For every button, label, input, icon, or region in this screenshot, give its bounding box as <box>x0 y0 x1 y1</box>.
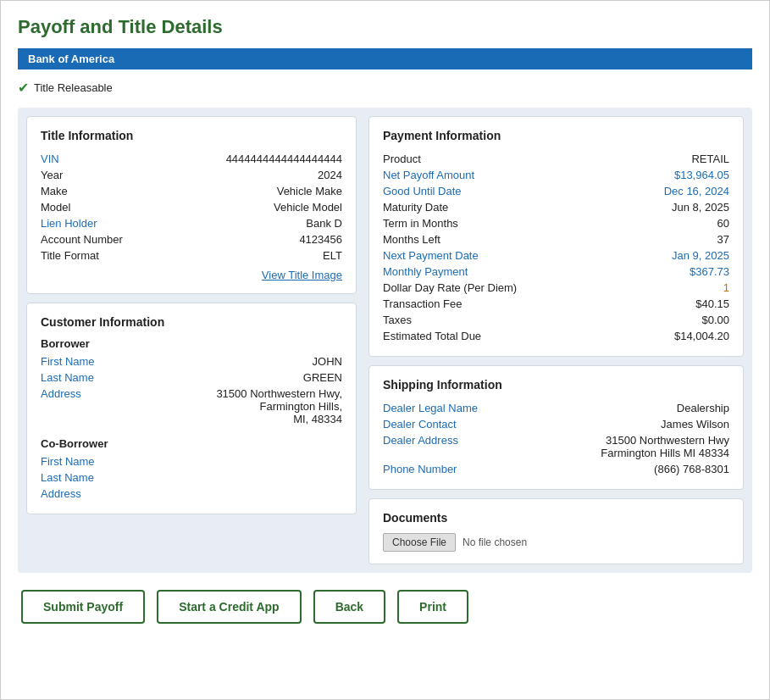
title-info-card: Title Information VIN4444444444444444444… <box>26 116 357 294</box>
shipping-info-row: Dealer Address31500 Northwestern Hwy Far… <box>383 432 729 461</box>
shipping-info-card: Shipping Information Dealer Legal NameDe… <box>368 365 744 490</box>
payment-info-card: Payment Information ProductRETAILNet Pay… <box>368 116 744 357</box>
coborrower-first-name-value <box>186 453 342 469</box>
coborrower-first-name-row: First Name <box>41 453 342 469</box>
borrower-table: First Name JOHN Last Name GREEN Address … <box>41 353 342 427</box>
coborrower-last-name-value <box>186 469 342 486</box>
coborrower-label: Co-Borrower <box>41 437 342 450</box>
coborrower-last-name-row: Last Name <box>41 469 342 486</box>
documents-file-area: Choose File No file chosen <box>383 533 729 552</box>
borrower-address-row: Address 31500 Northwestern Hwy,Farmingto… <box>41 386 342 427</box>
back-button[interactable]: Back <box>313 590 385 624</box>
title-info-row: Account Number4123456 <box>41 231 342 247</box>
title-info-row: VIN4444444444444444444 <box>41 151 342 167</box>
print-button[interactable]: Print <box>397 590 468 624</box>
coborrower-address-value <box>186 486 342 502</box>
right-column: Payment Information ProductRETAILNet Pay… <box>368 116 744 564</box>
footer-buttons: Submit Payoff Start a Credit App Back Pr… <box>18 590 752 624</box>
payment-info-row: Months Left37 <box>383 231 729 247</box>
checkmark-icon: ✔ <box>18 80 29 96</box>
shipping-info-table: Dealer Legal NameDealershipDealer Contac… <box>383 400 729 477</box>
borrower-last-name-row: Last Name GREEN <box>41 369 342 386</box>
submit-payoff-button[interactable]: Submit Payoff <box>21 590 145 624</box>
title-releasable-label: Title Releasable <box>34 81 113 94</box>
title-info-row: Year2024 <box>41 167 342 183</box>
title-info-row: Title FormatELT <box>41 247 342 264</box>
payment-info-table: ProductRETAILNet Payoff Amount$13,964.05… <box>383 151 729 344</box>
payment-info-row: Estimated Total Due$14,004.20 <box>383 328 729 344</box>
payment-info-row: Maturity DateJun 8, 2025 <box>383 199 729 215</box>
customer-info-heading: Customer Information <box>41 315 342 329</box>
title-releasable-row: ✔ Title Releasable <box>18 80 752 96</box>
customer-info-card: Customer Information Borrower First Name… <box>26 303 357 514</box>
documents-heading: Documents <box>383 511 729 525</box>
main-content: Title Information VIN4444444444444444444… <box>18 108 752 573</box>
bank-header: Bank of America <box>18 48 752 69</box>
borrower-address-label: Address <box>41 386 186 427</box>
page-wrapper: Payoff and Title Details Bank of America… <box>1 1 769 641</box>
documents-card: Documents Choose File No file chosen <box>368 498 744 564</box>
payment-info-row: Term in Months60 <box>383 215 729 231</box>
payment-info-row: Dollar Day Rate (Per Diem)1 <box>383 280 729 296</box>
title-info-row: ModelVehicle Model <box>41 199 342 215</box>
payment-info-row: ProductRETAIL <box>383 151 729 167</box>
title-info-table: VIN4444444444444444444Year2024MakeVehicl… <box>41 151 342 264</box>
payment-info-heading: Payment Information <box>383 129 729 142</box>
no-file-text: No file chosen <box>463 536 527 548</box>
borrower-address-value: 31500 Northwestern Hwy,Farmington Hills,… <box>186 386 342 427</box>
coborrower-address-row: Address <box>41 486 342 502</box>
payment-info-row: Monthly Payment$367.73 <box>383 264 729 280</box>
borrower-first-name-label: First Name <box>41 353 186 369</box>
title-info-heading: Title Information <box>41 129 342 142</box>
payment-info-row: Good Until DateDec 16, 2024 <box>383 183 729 199</box>
title-info-row: MakeVehicle Make <box>41 183 342 199</box>
shipping-info-row: Dealer ContactJames Wilson <box>383 416 729 432</box>
borrower-first-name-row: First Name JOHN <box>41 353 342 369</box>
view-title-image-link[interactable]: View Title Image <box>262 269 342 281</box>
shipping-info-heading: Shipping Information <box>383 378 729 392</box>
payment-info-row: Net Payoff Amount$13,964.05 <box>383 167 729 183</box>
borrower-first-name-value: JOHN <box>186 353 342 369</box>
payment-info-row: Next Payment DateJan 9, 2025 <box>383 247 729 264</box>
choose-file-button[interactable]: Choose File <box>383 533 456 552</box>
payment-info-row: Taxes$0.00 <box>383 312 729 328</box>
coborrower-last-name-label: Last Name <box>41 469 186 486</box>
borrower-label: Borrower <box>41 337 342 350</box>
borrower-last-name-value: GREEN <box>186 369 342 386</box>
start-credit-app-button[interactable]: Start a Credit App <box>157 590 302 624</box>
coborrower-address-label: Address <box>41 486 186 502</box>
shipping-info-row: Phone Number(866) 768-8301 <box>383 461 729 477</box>
title-info-row: Lien HolderBank D <box>41 215 342 231</box>
coborrower-first-name-label: First Name <box>41 453 186 469</box>
coborrower-table: First Name Last Name Address <box>41 453 342 502</box>
shipping-info-row: Dealer Legal NameDealership <box>383 400 729 416</box>
payment-info-row: Transaction Fee$40.15 <box>383 296 729 312</box>
left-column: Title Information VIN4444444444444444444… <box>26 116 357 564</box>
borrower-last-name-label: Last Name <box>41 369 186 386</box>
page-title: Payoff and Title Details <box>18 16 752 38</box>
